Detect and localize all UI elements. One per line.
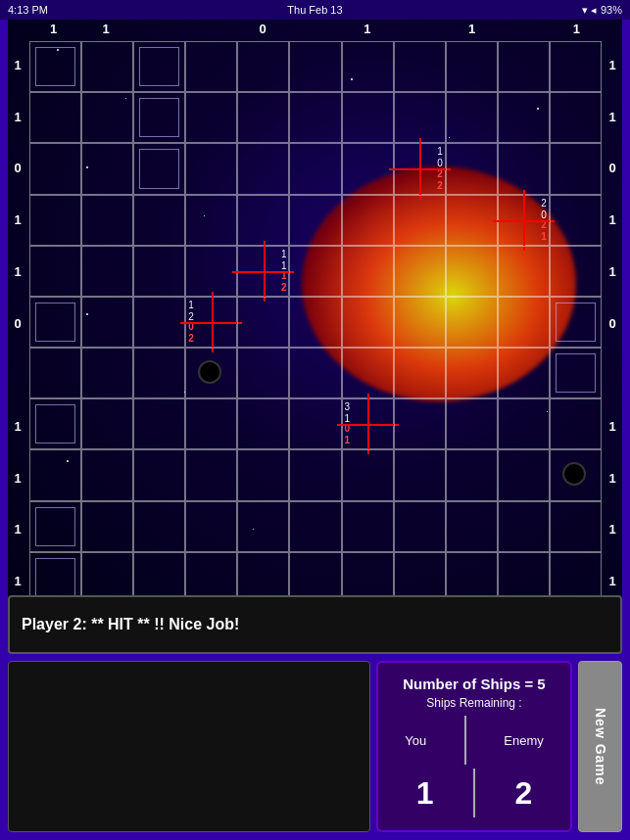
grid-cell[interactable] bbox=[185, 501, 237, 552]
grid-cell[interactable] bbox=[550, 41, 602, 92]
grid-cell[interactable] bbox=[185, 92, 237, 143]
grid-cell[interactable] bbox=[394, 398, 446, 449]
grid-cell[interactable] bbox=[81, 297, 133, 348]
grid-cell[interactable] bbox=[498, 501, 550, 552]
grid-cell[interactable] bbox=[185, 398, 237, 449]
grid-cell[interactable] bbox=[133, 348, 185, 398]
grid-cell[interactable] bbox=[133, 246, 185, 297]
grid-cell[interactable] bbox=[185, 143, 237, 194]
grid-cell[interactable] bbox=[81, 449, 133, 500]
grid-cell[interactable] bbox=[237, 398, 289, 449]
grid-cell[interactable] bbox=[342, 297, 394, 348]
grid-cell[interactable] bbox=[342, 143, 394, 194]
grid-cell[interactable] bbox=[133, 449, 185, 500]
grid-cell[interactable] bbox=[498, 41, 550, 92]
grid-cell[interactable] bbox=[29, 449, 81, 500]
grid-cell[interactable] bbox=[394, 501, 446, 552]
grid-cell[interactable] bbox=[550, 195, 602, 246]
grid-cell[interactable] bbox=[29, 195, 81, 246]
grid-cell[interactable] bbox=[289, 449, 341, 500]
grid-cell[interactable] bbox=[81, 92, 133, 143]
grid-cell[interactable] bbox=[133, 398, 185, 449]
grid-cell[interactable] bbox=[394, 195, 446, 246]
grid-cell[interactable] bbox=[394, 449, 446, 500]
grid-cell[interactable] bbox=[289, 41, 341, 92]
grid-cell[interactable]: 20 21 bbox=[498, 195, 550, 246]
grid-cell[interactable] bbox=[446, 398, 498, 449]
grid-cell[interactable] bbox=[81, 348, 133, 398]
grid-cell[interactable] bbox=[289, 501, 341, 552]
grid-cell[interactable] bbox=[237, 143, 289, 194]
grid-cell[interactable] bbox=[446, 449, 498, 500]
grid-cell[interactable] bbox=[133, 195, 185, 246]
grid-cell[interactable] bbox=[133, 41, 185, 92]
grid-cell[interactable] bbox=[446, 143, 498, 194]
grid-cell[interactable] bbox=[133, 143, 185, 194]
grid-cell[interactable] bbox=[237, 195, 289, 246]
grid-cell[interactable] bbox=[237, 501, 289, 552]
grid-cell[interactable] bbox=[498, 297, 550, 348]
grid-cell[interactable] bbox=[185, 449, 237, 500]
grid-cell[interactable] bbox=[342, 449, 394, 500]
grid-cell[interactable] bbox=[446, 297, 498, 348]
grid-cell[interactable] bbox=[185, 41, 237, 92]
grid-cell[interactable] bbox=[237, 449, 289, 500]
grid-cell[interactable] bbox=[550, 92, 602, 143]
grid-cell[interactable] bbox=[29, 246, 81, 297]
grid-cell[interactable] bbox=[185, 348, 237, 398]
grid-cell[interactable] bbox=[237, 41, 289, 92]
grid-cell[interactable] bbox=[498, 398, 550, 449]
grid-cell[interactable] bbox=[550, 501, 602, 552]
grid-cell[interactable] bbox=[237, 348, 289, 398]
grid-cell[interactable] bbox=[289, 297, 341, 348]
grid-cell[interactable] bbox=[237, 92, 289, 143]
grid-cell[interactable] bbox=[446, 246, 498, 297]
grid-cell[interactable] bbox=[550, 449, 602, 500]
new-game-button[interactable]: New Game bbox=[578, 661, 622, 832]
grid-cell[interactable] bbox=[185, 246, 237, 297]
grid-cell[interactable] bbox=[29, 41, 81, 92]
grid-cell[interactable] bbox=[133, 92, 185, 143]
grid-cell[interactable] bbox=[550, 143, 602, 194]
grid-cell[interactable] bbox=[81, 246, 133, 297]
grid-cell[interactable] bbox=[342, 501, 394, 552]
grid-cell[interactable] bbox=[394, 297, 446, 348]
grid-cell[interactable] bbox=[289, 195, 341, 246]
grid-cell[interactable] bbox=[342, 92, 394, 143]
grid-cell[interactable]: 12 02 bbox=[185, 297, 237, 348]
grid-cell[interactable] bbox=[29, 143, 81, 194]
grid-cell[interactable] bbox=[29, 501, 81, 552]
grid-cell[interactable] bbox=[550, 348, 602, 398]
grid-cell[interactable] bbox=[498, 348, 550, 398]
grid-cell[interactable] bbox=[29, 348, 81, 398]
grid-cell[interactable] bbox=[394, 246, 446, 297]
grid-cell[interactable] bbox=[81, 398, 133, 449]
grid-cell[interactable] bbox=[342, 195, 394, 246]
grid-cell[interactable] bbox=[394, 348, 446, 398]
grid-cell[interactable] bbox=[133, 297, 185, 348]
grid-cell[interactable] bbox=[446, 41, 498, 92]
grid-cell[interactable] bbox=[289, 398, 341, 449]
grid-cell[interactable] bbox=[550, 297, 602, 348]
grid-cell[interactable] bbox=[289, 92, 341, 143]
grid-cell[interactable] bbox=[29, 92, 81, 143]
grid-cell[interactable]: 10 22 bbox=[394, 143, 446, 194]
grid-cell[interactable] bbox=[394, 92, 446, 143]
grid-cell[interactable] bbox=[289, 348, 341, 398]
grid-cell[interactable]: 31 01 bbox=[342, 398, 394, 449]
grid-cell[interactable] bbox=[498, 143, 550, 194]
grid-cell[interactable] bbox=[446, 92, 498, 143]
grid-cell[interactable] bbox=[394, 41, 446, 92]
grid-cell[interactable] bbox=[81, 195, 133, 246]
grid-cell[interactable]: 11 12 bbox=[237, 246, 289, 297]
main-grid[interactable]: 10 22 20 21 11 12 bbox=[29, 41, 602, 605]
grid-cell[interactable] bbox=[446, 501, 498, 552]
grid-cell[interactable] bbox=[29, 398, 81, 449]
chat-area[interactable] bbox=[8, 661, 370, 832]
grid-cell[interactable] bbox=[498, 246, 550, 297]
grid-cell[interactable] bbox=[446, 195, 498, 246]
grid-cell[interactable] bbox=[29, 297, 81, 348]
grid-cell[interactable] bbox=[185, 195, 237, 246]
grid-cell[interactable] bbox=[342, 246, 394, 297]
grid-cell[interactable] bbox=[446, 348, 498, 398]
